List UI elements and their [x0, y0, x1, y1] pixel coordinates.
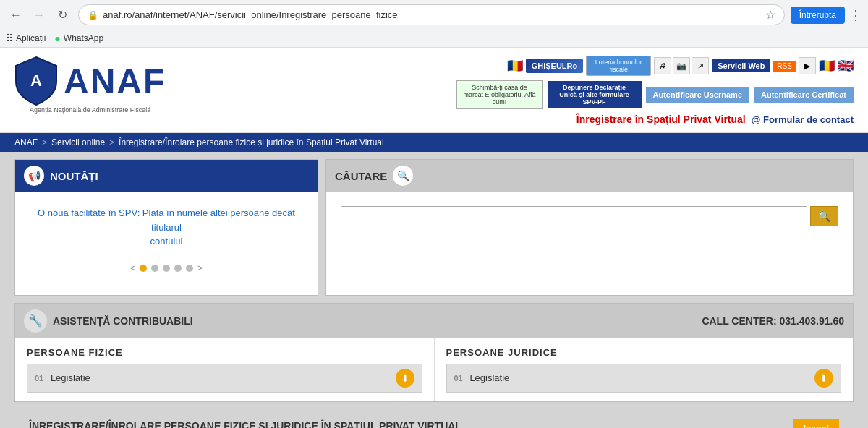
- site-header: A ANAF Agenția Națională de Administrare…: [0, 48, 868, 133]
- inapoi-button[interactable]: Inapoi: [793, 419, 839, 429]
- whatsapp-icon: ●: [54, 33, 60, 44]
- legislatie-juridice-row: 01 Legislație ⬇: [446, 364, 842, 393]
- apps-bookmark[interactable]: ⠿ Aplicații: [6, 33, 46, 44]
- extra-icons: ▶: [799, 57, 816, 74]
- breadcrumb: ANAF > Servicii online > Înregistrare/În…: [0, 133, 868, 152]
- asistenta-section: 🔧 ASISTENȚĂ CONTRIBUABILI CALL CENTER: 0…: [14, 303, 854, 402]
- megaphone-icon: 📢: [28, 170, 41, 181]
- forward-button[interactable]: →: [29, 5, 49, 25]
- interrupt-button[interactable]: Întreruptă: [791, 7, 845, 24]
- noutati-icon: 📢: [24, 166, 44, 186]
- search-submit-button[interactable]: 🔍: [810, 206, 838, 226]
- cautare-panel: CĂUTARE 🔍 🔍: [326, 159, 854, 296]
- leg-juridice-download-button[interactable]: ⬇: [814, 369, 833, 388]
- whatsapp-bookmark[interactable]: ● WhatsApp: [54, 33, 103, 44]
- carousel-next[interactable]: >: [197, 263, 203, 273]
- back-button[interactable]: ←: [6, 5, 26, 25]
- noutati-header: 📢 NOUTĂȚI: [15, 160, 318, 192]
- reload-button[interactable]: ↻: [52, 5, 72, 25]
- flag-ro-2-icon: 🇷🇴: [819, 58, 835, 74]
- inregistrare-link[interactable]: Înregistrare în Spațiul Privat Virtual: [576, 114, 746, 125]
- asistenta-body: PERSOANE FIZICE 01 Legislație ⬇ PERSOANE…: [15, 338, 853, 401]
- flag-ro-icon: 🇷🇴: [507, 58, 523, 74]
- printer-icon[interactable]: 🖨: [654, 57, 671, 74]
- breadcrumb-servicii[interactable]: Servicii online: [51, 137, 105, 147]
- leg-fizice-label: Legislație: [51, 372, 90, 383]
- camera-icon[interactable]: 📷: [673, 57, 690, 74]
- leg-fizice-download-button[interactable]: ⬇: [396, 369, 414, 388]
- address-bar[interactable]: 🔒 anaf.ro/anaf/internet/ANAF/servicii_on…: [78, 4, 785, 25]
- carousel-prev[interactable]: <: [130, 263, 135, 273]
- anaf-subtitle: Agenția Națională de Administrare Fiscal…: [30, 106, 150, 114]
- asistenta-left: 🔧 ASISTENȚĂ CONTRIBUABILI: [24, 309, 193, 333]
- noutati-body: O nouă facilitate în SPV: Plata în numel…: [15, 192, 318, 295]
- header-right: 🇷🇴 GHIȘEULRo Loteria bonurilor fiscale 🖨…: [180, 56, 854, 125]
- rss-banner[interactable]: RSS: [773, 61, 796, 72]
- logo-shield: A ANAF: [14, 56, 166, 106]
- top-banners: 🇷🇴 GHIȘEULRo Loteria bonurilor fiscale 🖨…: [507, 56, 854, 76]
- bookmarks-bar: ⠿ Aplicații ● WhatsApp: [0, 30, 868, 48]
- breadcrumb-anaf[interactable]: ANAF: [14, 137, 38, 147]
- carousel-dots: < >: [123, 256, 210, 281]
- asistenta-title: ASISTENȚĂ CONTRIBUABILI: [53, 315, 193, 327]
- carousel-dot-3[interactable]: [163, 265, 170, 272]
- cautare-body: 🔍: [326, 192, 853, 241]
- persoane-fizice-title: PERSOANE FIZICE: [27, 347, 422, 358]
- tool-icon: 🔧: [24, 309, 47, 333]
- search-input[interactable]: [341, 206, 807, 226]
- leg-juridice-label: Legislație: [469, 372, 509, 383]
- carousel-dot-4[interactable]: [174, 265, 182, 272]
- anaf-shield-icon: A: [14, 56, 58, 106]
- noutati-panel: 📢 NOUTĂȚI O nouă facilitate în SPV: Plat…: [14, 159, 318, 296]
- servicii-web-banner[interactable]: Servicii Web: [712, 59, 770, 72]
- inregistrare-section: ÎNREGISTRARE/ÎNROLARE PERSOANE FIZICE ȘI…: [14, 409, 854, 429]
- leg-juridice-num: 01: [454, 374, 463, 382]
- schimba-banner[interactable]: Schimbă-ți casa de marcat E obligatoriu.…: [456, 80, 543, 109]
- legislatie-fizice-row: 01 Legislație ⬇: [27, 364, 422, 393]
- breadcrumb-sep-2: >: [109, 137, 114, 147]
- inregistrare-title: ÎNREGISTRARE/ÎNROLARE PERSOANE FIZICE ȘI…: [29, 419, 461, 429]
- svg-text:A: A: [30, 72, 42, 90]
- video-icon[interactable]: ▶: [799, 57, 816, 74]
- browser-toolbar: ← → ↻ 🔒 anaf.ro/anaf/internet/ANAF/servi…: [0, 0, 868, 30]
- auth-username-button[interactable]: Autentificare Username: [646, 87, 750, 103]
- top-panels: 📢 NOUTĂȚI O nouă facilitate în SPV: Plat…: [14, 159, 854, 296]
- breadcrumb-sep-1: >: [42, 137, 47, 147]
- nav-buttons: ← → ↻: [6, 5, 72, 25]
- logo-area: A ANAF Agenția Națională de Administrare…: [14, 56, 166, 114]
- apps-label: Aplicații: [16, 33, 46, 43]
- call-center-text: CALL CENTER: 031.403.91.60: [702, 315, 844, 327]
- browser-right: Întreruptă ⋮: [791, 7, 862, 24]
- bookmark-star-button[interactable]: ☆: [765, 8, 775, 22]
- noutati-title: NOUTĂȚI: [50, 170, 98, 182]
- ghiseul-banner[interactable]: GHIȘEULRo: [526, 59, 584, 73]
- auth-certificat-button[interactable]: Autentificare Certificat: [754, 87, 854, 103]
- third-row: Înregistrare în Spațiul Privat Virtual @…: [180, 114, 854, 125]
- second-row-banners: Schimbă-ți casa de marcat E obligatoriu.…: [180, 80, 854, 109]
- noutati-text: O nouă facilitate în SPV: Plata în numel…: [30, 206, 303, 249]
- cautare-title: CĂUTARE: [335, 170, 387, 182]
- depunere-banner[interactable]: Depunere Declarație Unică și alte formul…: [548, 81, 642, 108]
- loterie-banner[interactable]: Loteria bonurilor fiscale: [586, 56, 651, 76]
- persoane-juridice-title: PERSOANE JURIDICE: [446, 347, 842, 358]
- browser-chrome: ← → ↻ 🔒 anaf.ro/anaf/internet/ANAF/servi…: [0, 0, 868, 48]
- carousel-dot-2[interactable]: [151, 265, 158, 272]
- browser-menu-button[interactable]: ⋮: [849, 7, 862, 23]
- breadcrumb-current: Înregistrare/Înrolare persoane fizice și…: [119, 137, 384, 147]
- leg-fizice-num: 01: [35, 374, 43, 382]
- asistenta-header: 🔧 ASISTENȚĂ CONTRIBUABILI CALL CENTER: 0…: [15, 304, 853, 338]
- banner-icons: 🖨 📷 ↗: [654, 57, 709, 74]
- apps-icon: ⠿: [6, 33, 13, 44]
- whatsapp-label: WhatsApp: [64, 33, 103, 43]
- share-icon[interactable]: ↗: [692, 57, 709, 74]
- formular-contact-link[interactable]: @ Formular de contact: [752, 114, 854, 125]
- persoane-fizice-col: PERSOANE FIZICE 01 Legislație ⬇: [15, 338, 435, 401]
- carousel-dot-5[interactable]: [186, 265, 193, 272]
- search-circle-icon: 🔍: [393, 166, 413, 186]
- loterie-label: Loteria bonurilor fiscale: [595, 59, 642, 73]
- carousel-dot-1[interactable]: [140, 265, 147, 272]
- ghiseul-label: GHIȘEULRo: [532, 61, 578, 70]
- lock-icon: 🔒: [88, 10, 98, 20]
- url-text: anaf.ro/anaf/internet/ANAF/servicii_onli…: [103, 9, 761, 20]
- search-row: 🔍: [341, 206, 838, 226]
